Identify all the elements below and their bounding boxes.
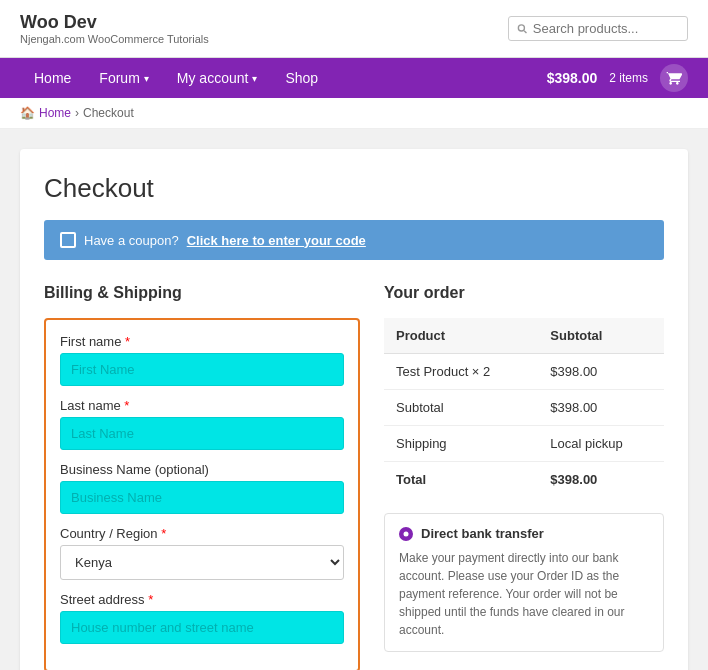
order-row-1: Subtotal $398.00 [384, 390, 664, 426]
search-icon [517, 23, 528, 35]
breadcrumb: 🏠 Home › Checkout [0, 98, 708, 129]
order-column: Your order Product Subtotal Test Product… [384, 284, 664, 670]
label-business: Business Name (optional) [60, 462, 344, 477]
coupon-icon [60, 232, 76, 248]
billing-column: Billing & Shipping First name * Last nam… [44, 284, 360, 670]
coupon-notice: Have a coupon? Click here to enter your … [44, 220, 664, 260]
form-row-lastname: Last name * [60, 398, 344, 450]
form-row-street: Street address * [60, 592, 344, 644]
input-lastname[interactable] [60, 417, 344, 450]
breadcrumb-home[interactable]: Home [39, 106, 71, 120]
cart-count: 2 items [609, 71, 648, 85]
order-table: Product Subtotal Test Product × 2 $398.0… [384, 318, 664, 497]
nav-item-shop[interactable]: Shop [271, 58, 332, 98]
nav-left: Home Forum ▾ My account ▾ Shop [20, 58, 332, 98]
input-street[interactable] [60, 611, 344, 644]
order-subtotal-3: $398.00 [538, 462, 664, 498]
breadcrumb-current: Checkout [83, 106, 134, 120]
order-section-title: Your order [384, 284, 664, 302]
order-product-3: Total [384, 462, 538, 498]
nav-right: $398.00 2 items [547, 64, 688, 92]
search-input[interactable] [533, 21, 679, 36]
col-product: Product [384, 318, 538, 354]
svg-point-0 [518, 24, 524, 30]
chevron-down-icon: ▾ [252, 73, 257, 84]
order-subtotal-1: $398.00 [538, 390, 664, 426]
form-row-firstname: First name * [60, 334, 344, 386]
cart-price: $398.00 [547, 70, 598, 86]
radio-direct-bank[interactable] [399, 527, 413, 541]
billing-section-title: Billing & Shipping [44, 284, 360, 302]
order-product-1: Subtotal [384, 390, 538, 426]
form-row-business: Business Name (optional) [60, 462, 344, 514]
payment-option: Direct bank transfer Make your payment d… [384, 513, 664, 652]
order-subtotal-2: Local pickup [538, 426, 664, 462]
label-country: Country / Region * [60, 526, 344, 541]
order-product-0: Test Product × 2 [384, 354, 538, 390]
coupon-text: Have a coupon? [84, 233, 179, 248]
coupon-link[interactable]: Click here to enter your code [187, 233, 366, 248]
home-icon: 🏠 [20, 106, 35, 120]
order-table-header-row: Product Subtotal [384, 318, 664, 354]
payment-label: Direct bank transfer [421, 526, 544, 541]
payment-option-header: Direct bank transfer [399, 526, 649, 541]
select-country[interactable]: Kenya [60, 545, 344, 580]
search-bar [508, 16, 688, 41]
svg-line-1 [524, 30, 526, 32]
label-lastname: Last name * [60, 398, 344, 413]
nav-item-myaccount[interactable]: My account ▾ [163, 58, 272, 98]
main-content: Checkout Have a coupon? Click here to en… [0, 129, 708, 670]
page-title: Checkout [44, 173, 664, 204]
label-firstname: First name * [60, 334, 344, 349]
cart-icon [666, 70, 682, 86]
billing-form: First name * Last name * B [44, 318, 360, 670]
order-product-2: Shipping [384, 426, 538, 462]
order-row-3: Total $398.00 [384, 462, 664, 498]
site-title: Woo Dev [20, 12, 209, 33]
form-row-country: Country / Region * Kenya [60, 526, 344, 580]
nav-item-forum[interactable]: Forum ▾ [85, 58, 162, 98]
input-firstname[interactable] [60, 353, 344, 386]
col-subtotal: Subtotal [538, 318, 664, 354]
cart-button[interactable] [660, 64, 688, 92]
breadcrumb-separator: › [75, 106, 79, 120]
order-row-2: Shipping Local pickup [384, 426, 664, 462]
checkout-wrapper: Checkout Have a coupon? Click here to en… [20, 149, 688, 670]
label-street: Street address * [60, 592, 344, 607]
order-row-0: Test Product × 2 $398.00 [384, 354, 664, 390]
site-nav: Home Forum ▾ My account ▾ Shop $398.00 2… [0, 58, 708, 98]
input-business[interactable] [60, 481, 344, 514]
site-logo: Woo Dev Njengah.com WooCommerce Tutorial… [20, 12, 209, 45]
checkout-columns: Billing & Shipping First name * Last nam… [44, 284, 664, 670]
chevron-down-icon: ▾ [144, 73, 149, 84]
order-subtotal-0: $398.00 [538, 354, 664, 390]
site-subtitle: Njengah.com WooCommerce Tutorials [20, 33, 209, 45]
site-header: Woo Dev Njengah.com WooCommerce Tutorial… [0, 0, 708, 58]
nav-item-home[interactable]: Home [20, 58, 85, 98]
payment-description: Make your payment directly into our bank… [399, 549, 649, 639]
